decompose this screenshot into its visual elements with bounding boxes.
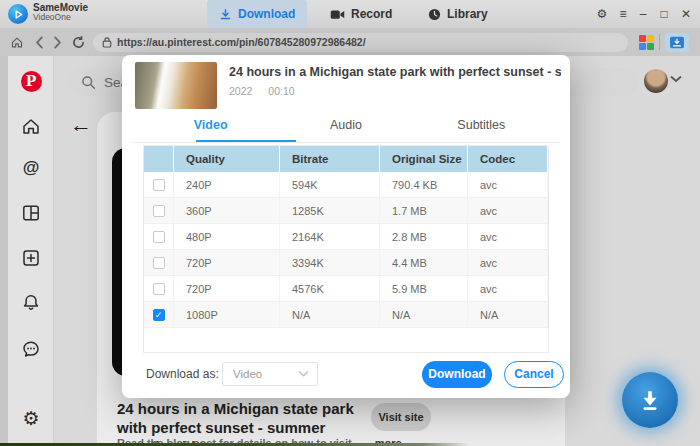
- boards-icon: [21, 203, 41, 223]
- quality-table: Quality Bitrate Original Size Codec 240P…: [143, 145, 549, 353]
- gear-icon: ⚙: [22, 407, 39, 430]
- cell-codec: avc: [468, 250, 548, 275]
- dialog-footer: Download as: Video Download Cancel: [122, 357, 570, 391]
- minimize-button[interactable]: –: [633, 0, 653, 28]
- chevron-down-icon[interactable]: [670, 74, 682, 84]
- row-checkbox[interactable]: [153, 179, 165, 191]
- cell-quality: 720P: [174, 276, 280, 301]
- chat-icon: [21, 339, 41, 359]
- row-checkbox[interactable]: [153, 283, 165, 295]
- video-meta: 2022 00:10: [229, 85, 295, 97]
- table-row[interactable]: 480P2164K2.8 MBavc: [144, 224, 548, 250]
- settings-gear-icon[interactable]: ⚙: [592, 0, 612, 28]
- tab-library-label: Library: [447, 7, 488, 21]
- row-checkbox[interactable]: [153, 257, 165, 269]
- cancel-button[interactable]: Cancel: [504, 361, 564, 388]
- dialog-tabs: Video Audio Subtitles: [143, 118, 549, 142]
- video-duration: 00:10: [268, 85, 294, 97]
- sidebar-item-boards[interactable]: [19, 201, 43, 225]
- row-checkbox[interactable]: [153, 205, 165, 217]
- quality-table-body: 240P594K790.4 KBavc360P1285K1.7 MBavc480…: [144, 172, 548, 328]
- page-back-arrow[interactable]: ←: [70, 112, 92, 138]
- tab-video[interactable]: Video: [143, 118, 278, 142]
- samemovie-logo-icon: [8, 4, 28, 24]
- back-icon[interactable]: [32, 28, 46, 56]
- tab-audio[interactable]: Audio: [278, 118, 413, 142]
- tab-divider: [132, 142, 560, 143]
- tab-subtitles[interactable]: Subtitles: [414, 118, 549, 142]
- header-checkbox-cell: [144, 146, 174, 172]
- cell-size: 4.4 MB: [380, 250, 468, 275]
- cell-size: N/A: [380, 302, 468, 327]
- header-bitrate: Bitrate: [280, 146, 380, 172]
- table-row[interactable]: 360P1285K1.7 MBavc: [144, 198, 548, 224]
- download-button[interactable]: Download: [422, 361, 492, 388]
- apps-grid-icon[interactable]: [639, 35, 654, 50]
- bell-icon: [21, 293, 41, 313]
- cell-codec: avc: [468, 276, 548, 301]
- header-quality: Quality: [174, 146, 280, 172]
- row-checkbox[interactable]: ✓: [153, 309, 165, 321]
- home-icon: [21, 116, 41, 136]
- sidebar-item-pinterest-logo[interactable]: P: [19, 69, 43, 93]
- table-row[interactable]: 720P4576K5.9 MBavc: [144, 276, 548, 302]
- url-bar[interactable]: https://au.pinterest.com/pin/60784528097…: [93, 33, 628, 52]
- brand: SameMovie VideoOne: [33, 2, 88, 22]
- active-tab-underline: [196, 140, 296, 142]
- cell-quality: 480P: [174, 224, 280, 249]
- sidebar-item-create[interactable]: [19, 246, 43, 270]
- reload-icon[interactable]: [68, 28, 88, 56]
- cell-bitrate: 594K: [280, 172, 380, 197]
- tab-download-label: Download: [238, 7, 295, 21]
- row-checkbox-cell: [144, 276, 174, 301]
- sidebar-item-notifications[interactable]: [19, 291, 43, 315]
- table-empty-area: [144, 328, 548, 352]
- video-thumbnail: [135, 62, 217, 109]
- row-checkbox-cell: [144, 224, 174, 249]
- sidebar-item-explore[interactable]: @: [19, 156, 43, 180]
- forward-icon[interactable]: [50, 28, 64, 56]
- tab-download[interactable]: Download: [207, 0, 307, 28]
- floating-download-button[interactable]: [622, 372, 678, 428]
- sidebar-item-settings[interactable]: ⚙: [19, 406, 43, 430]
- menu-icon[interactable]: ≡: [613, 0, 633, 28]
- select-chevron-icon: [298, 370, 309, 378]
- cell-bitrate: 3394K: [280, 250, 380, 275]
- close-button[interactable]: ✕: [676, 0, 696, 28]
- video-downloader-icon[interactable]: [665, 33, 689, 52]
- table-row[interactable]: 720P3394K4.4 MBavc: [144, 250, 548, 276]
- cell-size: 2.8 MB: [380, 224, 468, 249]
- download-icon: [219, 8, 232, 21]
- cell-codec: avc: [468, 224, 548, 249]
- cell-quality: 360P: [174, 198, 280, 223]
- cell-quality: 1080P: [174, 302, 280, 327]
- download-dialog: 24 hours in a Michigan state park with p…: [122, 55, 570, 398]
- format-select[interactable]: Video: [222, 362, 318, 386]
- row-checkbox-cell: [144, 172, 174, 197]
- cell-bitrate: N/A: [280, 302, 380, 327]
- lock-icon: [102, 36, 112, 48]
- tab-library[interactable]: Library: [416, 0, 500, 28]
- row-checkbox-cell: [144, 198, 174, 223]
- create-plus-icon: [21, 248, 41, 268]
- table-row[interactable]: 240P594K790.4 KBavc: [144, 172, 548, 198]
- tab-record-label: Record: [351, 7, 392, 21]
- row-checkbox[interactable]: [153, 231, 165, 243]
- video-year: 2022: [229, 85, 252, 97]
- toolbar-divider: [659, 34, 660, 50]
- sidebar-item-messages[interactable]: [19, 337, 43, 361]
- header-codec: Codec: [468, 146, 548, 172]
- maximize-button[interactable]: □: [654, 0, 674, 28]
- cell-quality: 240P: [174, 172, 280, 197]
- record-camera-icon: [330, 9, 345, 20]
- visit-site-button[interactable]: Visit site: [371, 403, 431, 431]
- pinterest-logo-icon: P: [21, 71, 42, 92]
- cell-bitrate: 1285K: [280, 198, 380, 223]
- tab-record[interactable]: Record: [318, 0, 404, 28]
- browser-home-icon[interactable]: [8, 28, 26, 56]
- avatar[interactable]: [644, 69, 668, 93]
- cell-size: 1.7 MB: [380, 198, 468, 223]
- sidebar-item-home[interactable]: [19, 114, 43, 138]
- cell-quality: 720P: [174, 250, 280, 275]
- table-row[interactable]: ✓1080PN/AN/AN/A: [144, 302, 548, 328]
